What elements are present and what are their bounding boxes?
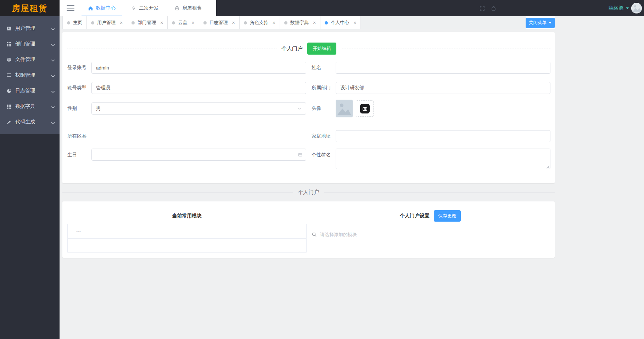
sidebar-item-data-dict[interactable]: 数据字典 (0, 99, 60, 114)
close-menu-button[interactable]: 关闭菜单 (526, 18, 555, 28)
start-edit-button[interactable]: 开始编辑 (307, 43, 336, 55)
hamburger-menu-icon[interactable] (60, 0, 80, 16)
portal-card-header: 个人门户 开始编辑 (62, 32, 555, 55)
close-icon[interactable]: × (353, 20, 356, 25)
tab-dot (325, 21, 328, 24)
avatar-upload-button[interactable] (356, 100, 374, 117)
account-type-input[interactable] (91, 82, 306, 94)
form-row: 性别 男 头像 (62, 100, 555, 117)
birthday-date-input[interactable] (91, 149, 306, 161)
divider (62, 192, 293, 193)
close-icon[interactable]: × (191, 20, 194, 25)
nav-item-data-center[interactable]: 数据中心 (80, 0, 123, 16)
close-menu-label: 关闭菜单 (529, 20, 547, 26)
sidebar-item-label: 日志管理 (15, 88, 35, 94)
save-changes-button[interactable]: 保存更改 (434, 210, 461, 222)
tab-label: 部门管理 (138, 20, 156, 26)
nav-item-label: 房屋租售 (182, 5, 202, 11)
sidebar-item-file-mgmt[interactable]: 文件管理 (0, 52, 60, 67)
avatar-preview-image[interactable] (336, 100, 353, 117)
close-icon[interactable]: × (313, 20, 316, 25)
tab-dot (203, 21, 207, 24)
chevron-down-icon (297, 106, 302, 111)
tab-dot (91, 21, 94, 24)
close-icon[interactable]: × (160, 20, 163, 25)
sidebar-item-permission-mgmt[interactable]: 权限管理 (0, 67, 60, 83)
sidebar-item-label: 文件管理 (15, 56, 35, 63)
tab-log-mgmt[interactable]: 日志管理 × (199, 16, 240, 29)
personal-portal-card: 个人门户 开始编辑 登录账号 姓名 账号类型 所属部门 性别 男 (62, 32, 555, 183)
username: 幽络源 (609, 5, 623, 11)
grid-icon (6, 41, 12, 47)
sidebar-item-dept-mgmt[interactable]: 部门管理 (0, 36, 60, 52)
home-address-label: 家庭地址 (312, 133, 336, 139)
divider (67, 216, 168, 216)
tab-data-dict[interactable]: 数据字典 × (280, 16, 320, 29)
name-label: 姓名 (312, 65, 336, 71)
close-icon[interactable]: × (232, 20, 235, 25)
portal-settings-title: 个人门户设置 (400, 213, 430, 219)
chevron-down-icon (50, 105, 54, 109)
tab-cloud-disk[interactable]: 云盘 × (168, 16, 199, 29)
signature-label: 个性签名 (312, 149, 336, 158)
home-address-input[interactable] (336, 130, 550, 142)
tab-user-mgmt[interactable]: 用户管理 × (87, 16, 127, 29)
module-search (310, 232, 550, 237)
sidebar-item-log-mgmt[interactable]: 日志管理 (0, 83, 60, 99)
close-icon[interactable]: × (120, 20, 123, 25)
divider (465, 216, 550, 216)
lock-icon[interactable] (491, 5, 497, 11)
globe-icon (174, 6, 180, 11)
nav-item-label: 二次开发 (139, 5, 159, 11)
avatar[interactable] (631, 3, 642, 13)
gender-select[interactable]: 男 (91, 102, 306, 115)
navbar-tools (479, 0, 497, 16)
login-account-input[interactable] (91, 62, 306, 74)
login-account-label: 登录账号 (67, 65, 91, 71)
fullscreen-icon[interactable] (479, 5, 485, 11)
tabbar-right-area: 关闭菜单 (526, 16, 555, 29)
close-icon[interactable]: × (273, 20, 275, 25)
nav-item-secondary-dev[interactable]: 二次开发 (123, 0, 167, 16)
district-label: 所在区县 (67, 133, 91, 139)
tab-role-support[interactable]: 角色支持 × (240, 16, 280, 29)
module-search-input[interactable] (320, 232, 550, 237)
signature-textarea[interactable] (336, 149, 550, 169)
nav-item-label: 数据中心 (96, 5, 116, 11)
tab-dot (172, 21, 175, 24)
list-item[interactable]: --- (68, 224, 306, 238)
name-input[interactable] (336, 62, 550, 74)
app-logo: 房屋租赁 (0, 0, 60, 16)
section-divider: 个人门户 (62, 183, 555, 201)
sidebar-item-code-gen[interactable]: 代码生成 (0, 114, 60, 130)
list-item[interactable]: --- (68, 238, 306, 252)
divider (310, 216, 396, 216)
sidebar-item-label: 数据字典 (15, 103, 35, 110)
sidebar: 用户管理 部门管理 (0, 16, 60, 339)
department-label: 所属部门 (312, 85, 336, 91)
form-row: 生日 个性签名 (62, 149, 555, 171)
gender-value: 男 (96, 105, 101, 112)
tab-label: 云盘 (178, 20, 187, 26)
monitor-icon (6, 73, 12, 78)
search-icon (312, 232, 317, 237)
tab-home[interactable]: 主页 (62, 16, 87, 29)
user-menu[interactable]: 幽络源 (609, 0, 642, 16)
grid-icon (6, 104, 12, 109)
current-modules-header: 当前常用模块 (67, 210, 307, 222)
current-modules-panel: 当前常用模块 --- --- (67, 201, 307, 258)
sidebar-item-user-mgmt[interactable]: 用户管理 (0, 21, 60, 36)
home-icon (88, 6, 93, 11)
divider (206, 216, 307, 216)
sidebar-item-label: 部门管理 (15, 41, 35, 47)
department-input[interactable] (336, 82, 550, 94)
nav-item-house-rent[interactable]: 房屋租售 (167, 0, 210, 16)
birthday-label: 生日 (67, 149, 91, 158)
tab-dept-mgmt[interactable]: 部门管理 × (127, 16, 168, 29)
tab-personal-center[interactable]: 个人中心 × (320, 16, 361, 29)
sidebar-item-label: 代码生成 (15, 119, 35, 125)
top-navbar: 房屋租赁 数据中心 二次开发 房 (0, 0, 644, 16)
portal-settings-header: 个人门户设置 保存更改 (310, 210, 550, 222)
tab-label: 主页 (73, 20, 82, 26)
tab-dot (284, 21, 287, 24)
